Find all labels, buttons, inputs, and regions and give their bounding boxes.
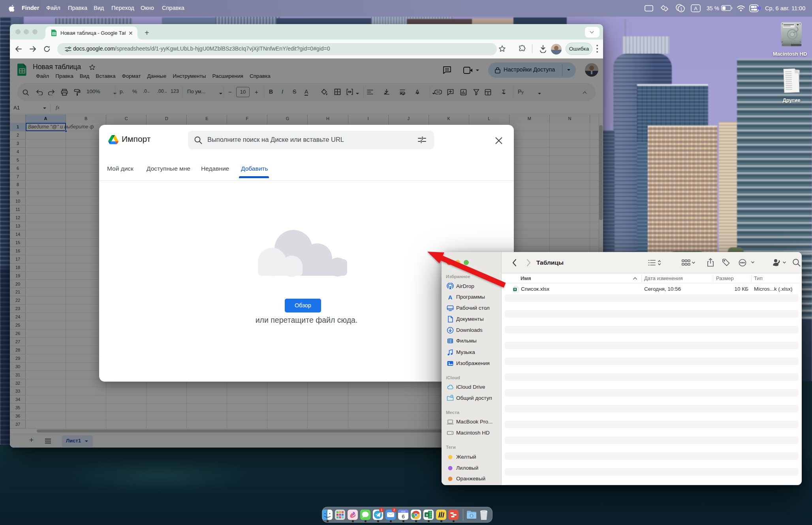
svg-text:X: X: [514, 288, 516, 291]
svg-text:A: A: [694, 6, 697, 11]
svg-text:A: A: [448, 294, 453, 301]
svg-text:AUG: AUG: [401, 510, 406, 513]
svg-text:6: 6: [402, 514, 405, 519]
svg-text:1: 1: [680, 7, 682, 11]
svg-text:X: X: [426, 513, 428, 517]
